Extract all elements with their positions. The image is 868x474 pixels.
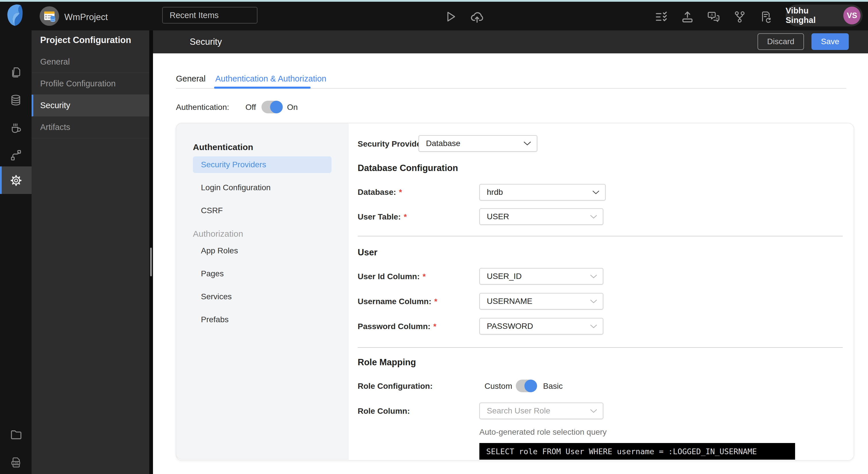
security-provider-select[interactable]: Database — [418, 135, 537, 152]
nav-item-csrf[interactable]: CSRF — [201, 206, 223, 215]
username-column-label: Username Column:* — [358, 297, 437, 306]
sidebar-item-security[interactable]: Security — [32, 95, 149, 117]
user-table-select[interactable]: USER — [479, 208, 603, 225]
chevron-down-icon — [524, 141, 531, 146]
git-branch-icon[interactable] — [733, 10, 746, 24]
toggle-custom-label: Custom — [485, 382, 512, 391]
avatar: VS — [843, 7, 861, 24]
user-heading: User — [358, 247, 377, 258]
active-tab-indicator — [214, 87, 311, 89]
section-heading-authorization: Authorization — [193, 229, 243, 239]
translate-icon[interactable]: A a — [707, 10, 720, 24]
sidebar-item-general[interactable]: General — [32, 51, 149, 73]
user-menu[interactable]: Vibhu Singhal VS — [786, 5, 863, 26]
toggle-on-label: On — [287, 103, 298, 112]
role-query-code-block: SELECT role FROM User WHERE username = :… — [479, 443, 795, 460]
project-icon[interactable] — [40, 6, 59, 26]
role-column-label: Role Column: — [358, 407, 410, 416]
scrollbar-thumb[interactable] — [150, 248, 152, 276]
role-column-select[interactable]: Search User Role — [479, 403, 603, 419]
toggle-knob — [524, 380, 537, 392]
java-service-icon[interactable] — [9, 121, 22, 134]
role-configuration-label: Role Configuration: — [358, 382, 433, 391]
tab-general[interactable]: General — [176, 74, 206, 84]
folder-icon[interactable] — [9, 428, 22, 441]
svg-text:a: a — [716, 17, 718, 20]
password-column-select[interactable]: PASSWORD — [479, 318, 603, 335]
chevron-down-icon — [590, 299, 597, 304]
role-query-text: SELECT role FROM User WHERE username = :… — [479, 447, 757, 456]
top-bar: WmProject Recent Items — [0, 2, 868, 30]
recent-items-dropdown[interactable]: Recent Items — [162, 7, 257, 24]
log-icon[interactable]: LOG — [9, 456, 22, 469]
app-window: WmProject Recent Items — [0, 0, 868, 474]
nav-item-pages[interactable]: Pages — [201, 269, 224, 278]
query-caption: Auto-generated role selection query — [479, 428, 607, 437]
chevron-down-icon — [590, 215, 597, 219]
project-name: WmProject — [64, 12, 108, 22]
nav-item-security-providers[interactable]: Security Providers — [193, 156, 332, 173]
wavemaker-logo-icon[interactable] — [6, 3, 25, 27]
required-mark: * — [399, 188, 402, 196]
panel-title: Project Configuration — [40, 35, 131, 45]
settings-icon-active-item[interactable] — [0, 166, 32, 194]
section-heading-authentication: Authentication — [193, 142, 253, 152]
sidebar-item-profile-configuration[interactable]: Profile Configuration — [32, 73, 149, 95]
settings-icon — [9, 174, 23, 187]
toggle-off-label: Off — [245, 103, 256, 112]
nav-item-services[interactable]: Services — [201, 292, 231, 301]
icon-sidebar: LOG — [0, 30, 32, 474]
export-icon[interactable] — [681, 10, 694, 24]
nav-item-prefabs[interactable]: Prefabs — [201, 315, 229, 324]
checklist-icon[interactable] — [655, 10, 668, 24]
discard-button[interactable]: Discard — [757, 33, 804, 50]
required-mark: * — [434, 297, 437, 306]
user-id-column-select[interactable]: USER_ID — [479, 268, 603, 285]
authentication-toggle[interactable] — [261, 101, 283, 113]
username-column-select[interactable]: USERNAME — [479, 293, 603, 310]
tab-authentication-authorization[interactable]: Authentication & Authorization — [215, 74, 327, 84]
sidebar-item-artifacts[interactable]: Artifacts — [32, 117, 149, 138]
chevron-down-icon — [590, 274, 597, 279]
role-mapping-heading: Role Mapping — [358, 357, 416, 368]
chevron-down-icon — [592, 190, 599, 194]
run-icon[interactable] — [444, 10, 457, 23]
database-configuration-heading: Database Configuration — [358, 163, 458, 173]
database-icon[interactable] — [9, 94, 22, 106]
pages-icon[interactable] — [9, 66, 22, 79]
toggle-knob — [270, 101, 283, 113]
save-button[interactable]: Save — [811, 33, 849, 50]
svg-text:LOG: LOG — [13, 462, 19, 465]
required-mark: * — [423, 272, 426, 281]
file-sync-icon[interactable] — [759, 10, 772, 24]
user-id-column-label: User Id Column:* — [358, 272, 426, 281]
database-label: Database:* — [358, 188, 402, 197]
security-provider-label: Security Provider — [358, 139, 424, 149]
apis-icon[interactable] — [9, 149, 22, 162]
deploy-cloud-icon[interactable] — [470, 9, 485, 24]
toggle-basic-label: Basic — [543, 382, 563, 391]
user-name: Vibhu Singhal — [786, 6, 839, 25]
nav-item-app-roles[interactable]: App Roles — [201, 246, 238, 255]
page-title: Security — [190, 37, 222, 47]
security-nav-panel — [176, 123, 349, 460]
database-select[interactable]: hrdb — [479, 184, 606, 200]
chevron-down-icon — [590, 409, 597, 413]
nav-item-login-configuration[interactable]: Login Configuration — [201, 183, 271, 192]
user-table-label: User Table:* — [358, 212, 407, 222]
svg-text:A: A — [711, 12, 713, 17]
recent-items-label: Recent Items — [163, 11, 219, 20]
required-mark: * — [404, 212, 407, 221]
password-column-label: Password Column:* — [358, 322, 437, 331]
required-mark: * — [433, 322, 437, 331]
role-configuration-toggle[interactable] — [516, 380, 537, 392]
chevron-down-icon — [590, 324, 597, 328]
authentication-label: Authentication: — [176, 103, 229, 112]
page-header: Security Discard Save — [153, 30, 868, 53]
